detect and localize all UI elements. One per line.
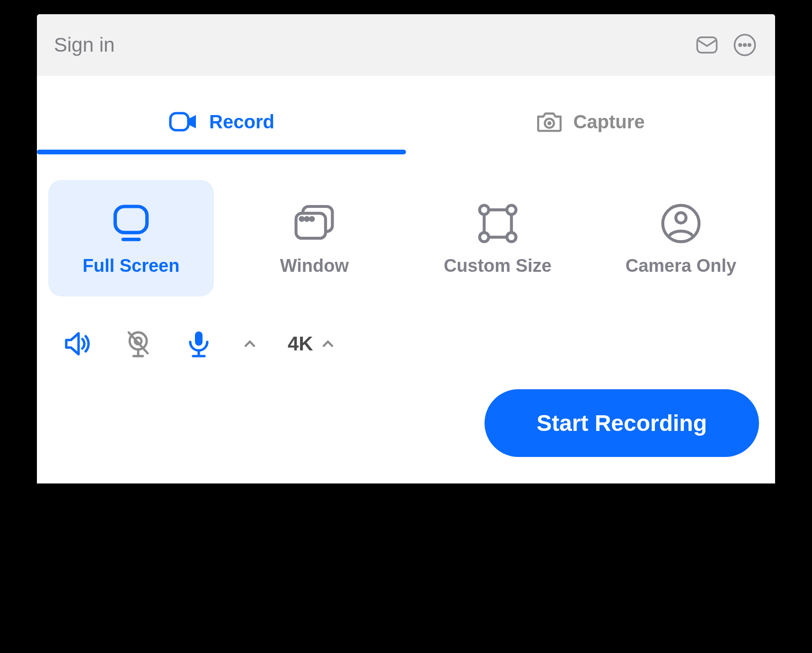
tab-capture-label: Capture [573, 111, 644, 133]
chevron-up-icon [321, 337, 335, 351]
microphone-icon [184, 329, 214, 359]
svg-point-14 [310, 217, 313, 220]
mode-window-label: Window [280, 256, 349, 276]
svg-rect-5 [170, 113, 188, 130]
options-row: 4K [37, 306, 775, 372]
svg-rect-8 [115, 206, 147, 233]
svg-point-24 [676, 213, 686, 223]
svg-rect-28 [195, 331, 203, 346]
svg-point-22 [507, 233, 516, 242]
resolution-menu-chevron[interactable] [321, 337, 335, 351]
system-audio-toggle[interactable] [59, 325, 97, 363]
svg-point-3 [744, 44, 746, 46]
svg-point-19 [479, 205, 488, 214]
mode-custom-size[interactable]: Custom Size [415, 180, 581, 296]
webcam-toggle[interactable] [119, 325, 157, 363]
svg-point-4 [748, 44, 750, 46]
svg-point-13 [306, 217, 309, 220]
svg-rect-0 [697, 37, 716, 53]
more-button[interactable] [732, 32, 758, 58]
svg-point-21 [479, 233, 488, 242]
camera-icon [536, 108, 563, 135]
mode-custom-size-label: Custom Size [444, 256, 552, 276]
microphone-toggle[interactable] [180, 325, 218, 363]
mode-camera-only-label: Camera Only [626, 256, 736, 276]
more-icon [733, 33, 757, 57]
titlebar: Sign in [37, 14, 775, 76]
mode-window[interactable]: Window [231, 180, 397, 296]
video-camera-icon [168, 107, 199, 137]
resolution-selector[interactable]: 4K [288, 332, 335, 355]
window-icon [291, 201, 337, 246]
tab-record[interactable]: Record [37, 101, 406, 142]
resolution-label: 4K [288, 332, 313, 355]
chevron-up-icon [243, 337, 257, 351]
sign-in-link[interactable]: Sign in [54, 34, 682, 56]
speaker-icon [62, 329, 93, 359]
mode-full-screen-label: Full Screen [83, 256, 180, 276]
svg-point-2 [739, 44, 741, 46]
mode-full-screen[interactable]: Full Screen [48, 180, 214, 296]
mail-button[interactable] [694, 32, 720, 58]
svg-point-20 [507, 205, 516, 214]
svg-point-12 [300, 217, 303, 220]
modes: Full Screen Window Cust [37, 156, 775, 306]
tab-record-label: Record [209, 111, 274, 133]
person-circle-icon [658, 201, 704, 246]
tabs: Record Capture [37, 76, 775, 142]
monitor-icon [108, 201, 154, 246]
tab-capture[interactable]: Capture [406, 101, 775, 142]
webcam-off-icon [123, 329, 153, 359]
custom-size-icon [475, 201, 521, 246]
svg-point-7 [548, 122, 550, 124]
start-recording-button[interactable]: Start Recording [485, 389, 759, 457]
app-window: Sign in Record [37, 14, 775, 483]
microphone-menu-chevron[interactable] [240, 334, 259, 353]
actions: Start Recording [37, 372, 775, 483]
mail-icon [695, 33, 719, 57]
mode-camera-only[interactable]: Camera Only [598, 180, 764, 296]
